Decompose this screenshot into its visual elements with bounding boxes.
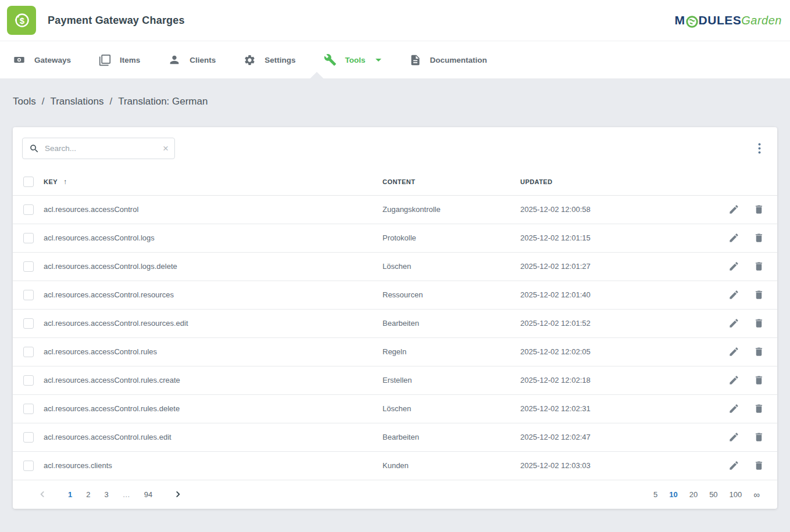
search-input[interactable]: [45, 144, 158, 153]
delete-icon[interactable]: [753, 460, 764, 471]
page-button[interactable]: 1: [63, 488, 77, 501]
column-header-content[interactable]: CONTENT: [383, 168, 520, 195]
chevron-down-icon: [376, 59, 381, 62]
nav-item-clients[interactable]: Clients: [168, 53, 216, 66]
translations-table: KEY↑ CONTENT UPDATED acl.resources.acces…: [13, 168, 777, 480]
search-icon: [29, 143, 40, 154]
table-row: acl.resources.accessControl.logs.delete …: [13, 252, 777, 281]
select-all-checkbox[interactable]: [23, 177, 34, 187]
row-checkbox[interactable]: [23, 461, 34, 471]
nav-item-documentation[interactable]: Documentation: [409, 54, 487, 66]
page-title: Payment Gateway Charges: [48, 15, 185, 27]
edit-icon[interactable]: [728, 289, 739, 300]
row-key: acl.resources.clients: [44, 451, 383, 480]
nav-item-items[interactable]: Items: [99, 54, 140, 66]
row-key: acl.resources.accessControl.logs.delete: [44, 252, 383, 281]
row-updated: 2025-12-02 12:01:15: [520, 224, 713, 252]
delete-icon[interactable]: [753, 204, 764, 215]
app-logo-icon: $: [7, 6, 36, 35]
delete-icon[interactable]: [753, 432, 764, 443]
page-size-button[interactable]: 5: [648, 488, 663, 501]
delete-icon[interactable]: [753, 289, 764, 300]
row-checkbox[interactable]: [23, 318, 34, 329]
page-size-button[interactable]: 50: [703, 488, 723, 501]
row-key: acl.resources.accessControl.rules.create: [44, 366, 383, 394]
row-key: acl.resources.accessControl.logs: [44, 224, 383, 252]
clear-search-icon[interactable]: ×: [163, 143, 169, 153]
wrench-icon: [324, 53, 337, 66]
page-size-button[interactable]: 20: [684, 488, 703, 501]
row-checkbox[interactable]: [23, 204, 34, 215]
edit-icon[interactable]: [728, 375, 739, 386]
row-checkbox[interactable]: [23, 290, 34, 300]
row-key: acl.resources.accessControl.resources: [44, 281, 383, 309]
brand-part3: Garden: [741, 14, 782, 27]
edit-icon[interactable]: [728, 261, 739, 272]
table-row: acl.resources.accessControl.rules.edit B…: [13, 423, 777, 451]
row-checkbox[interactable]: [23, 347, 34, 357]
edit-icon[interactable]: [728, 318, 739, 329]
edit-icon[interactable]: [728, 346, 739, 357]
row-checkbox[interactable]: [23, 432, 34, 443]
nav-item-gateways[interactable]: Gateways: [13, 53, 71, 66]
row-checkbox[interactable]: [23, 404, 34, 414]
page-button[interactable]: 94: [139, 488, 158, 501]
row-checkbox[interactable]: [23, 261, 34, 272]
money-icon: [13, 53, 26, 66]
edit-icon[interactable]: [728, 204, 739, 215]
row-updated: 2025-12-02 12:02:31: [520, 394, 713, 423]
person-icon: [168, 53, 181, 66]
pagination-bar: 123…94 5102050100∞: [13, 480, 777, 509]
row-content: Erstellen: [383, 366, 520, 394]
delete-icon[interactable]: [753, 318, 764, 329]
brand-part1: M: [675, 13, 685, 27]
row-updated: 2025-12-02 12:01:40: [520, 281, 713, 309]
row-updated: 2025-12-02 12:02:05: [520, 337, 713, 366]
previous-page-icon[interactable]: [35, 488, 50, 501]
edit-icon[interactable]: [728, 432, 739, 443]
nav-label: Clients: [190, 56, 216, 64]
breadcrumb-tools[interactable]: Tools: [13, 96, 36, 107]
page-button[interactable]: 3: [99, 488, 113, 501]
breadcrumb-translations[interactable]: Translations: [50, 96, 103, 107]
page-size-infinity[interactable]: ∞: [748, 487, 766, 502]
row-content: Regeln: [383, 337, 520, 366]
card-toolbar: ×: [13, 127, 777, 168]
table-row: acl.resources.accessControl Zugangskontr…: [13, 195, 777, 224]
table-row: acl.resources.accessControl.rules.create…: [13, 366, 777, 394]
nav-item-tools[interactable]: Tools: [324, 53, 381, 66]
svg-text:$: $: [20, 16, 25, 26]
delete-icon[interactable]: [753, 346, 764, 357]
page-size-button[interactable]: 100: [724, 488, 748, 501]
row-content: Bearbeiten: [383, 423, 520, 451]
row-checkbox[interactable]: [23, 233, 34, 243]
row-content: Löschen: [383, 394, 520, 423]
column-header-updated[interactable]: UPDATED: [520, 168, 713, 195]
row-key: acl.resources.accessControl.resources.ed…: [44, 309, 383, 337]
globe-icon: [686, 16, 698, 28]
delete-icon[interactable]: [753, 232, 764, 243]
main-nav: Gateways Items Clients Settings: [0, 41, 790, 78]
row-updated: 2025-12-02 12:02:18: [520, 366, 713, 394]
page-size-button[interactable]: 10: [663, 488, 683, 501]
row-content: Ressourcen: [383, 281, 520, 309]
nav-label: Tools: [345, 56, 366, 64]
modulesgarden-logo: M DULES Garden: [675, 13, 782, 27]
edit-icon[interactable]: [728, 403, 739, 414]
column-header-key[interactable]: KEY↑: [44, 168, 383, 195]
row-content: Bearbeiten: [383, 309, 520, 337]
nav-label: Settings: [264, 56, 295, 64]
page-button[interactable]: 2: [81, 488, 95, 501]
delete-icon[interactable]: [753, 261, 764, 272]
more-options-icon[interactable]: [751, 139, 768, 157]
row-checkbox[interactable]: [23, 375, 34, 386]
next-page-icon[interactable]: [170, 488, 185, 501]
row-content: Löschen: [383, 252, 520, 281]
row-updated: 2025-12-02 12:01:27: [520, 252, 713, 281]
edit-icon[interactable]: [728, 232, 739, 243]
page-size-selector: 5102050100∞: [648, 487, 766, 502]
edit-icon[interactable]: [728, 460, 739, 471]
nav-item-settings[interactable]: Settings: [244, 54, 295, 66]
delete-icon[interactable]: [753, 375, 764, 386]
delete-icon[interactable]: [753, 403, 764, 414]
